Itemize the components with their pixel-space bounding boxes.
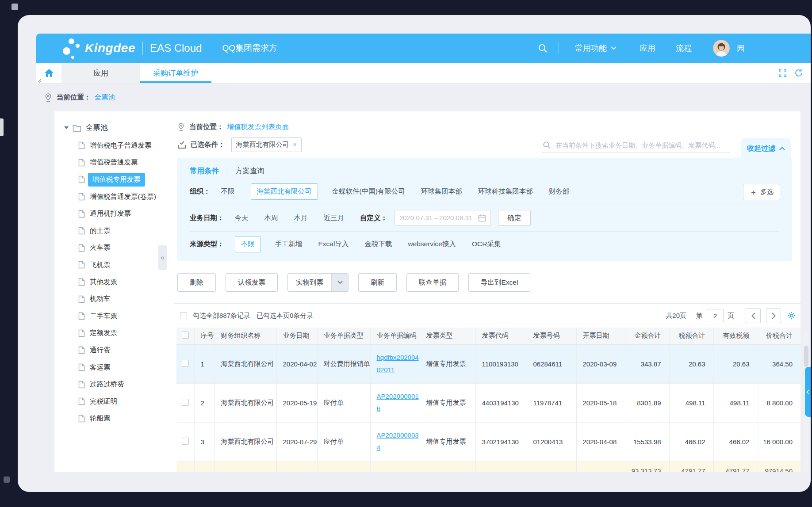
sidebar-item-passenger[interactable]: 客运票 (54, 359, 171, 376)
org-multi-select-button[interactable]: ＋ 多选 (743, 184, 780, 200)
delete-button[interactable]: 删除 (177, 273, 216, 292)
main-panel: 全票池 增值税电子普通发票 增值税普通发票 增值税专用发票 增值税普通发票(卷票… (54, 111, 801, 472)
claim-invoice-button[interactable]: 认领发票 (226, 273, 278, 292)
file-icon (78, 278, 85, 286)
prev-page-button[interactable] (746, 308, 761, 323)
refresh-button[interactable]: 刷新 (358, 273, 397, 292)
tab-purchase-order[interactable]: 采购订单维护 (140, 63, 211, 83)
sidebar-item-other[interactable]: 其他发票 (54, 274, 171, 291)
table-settings-gear-icon[interactable] (787, 311, 796, 320)
link-documents-button[interactable]: 联查单据 (406, 273, 459, 292)
physical-arrival-dropdown[interactable] (331, 274, 348, 291)
biz-code-link[interactable]: AP2020000016 (377, 393, 419, 413)
row-checkbox[interactable] (182, 360, 189, 367)
menu-app[interactable]: 应用 (640, 43, 655, 53)
caret-down-icon[interactable] (64, 126, 69, 129)
menu-flow[interactable]: 流程 (676, 43, 692, 53)
source-option-excel-import[interactable]: Excal导入 (318, 240, 349, 249)
export-excel-button[interactable]: 导出到Excel (468, 273, 530, 292)
sidebar-item-motor-vehicle[interactable]: 机动车 (54, 290, 171, 308)
vertical-scrollbar-thumb[interactable] (804, 346, 808, 367)
refresh-icon[interactable] (794, 68, 804, 78)
sidebar-item-vat-e-ordinary[interactable]: 增值税电子普通发票 (54, 137, 171, 154)
cell-inv-type: 增值专用发票 (420, 344, 475, 383)
right-panel-expand-handle[interactable] (805, 367, 811, 417)
biz-code-link[interactable]: AP2020000034 (377, 431, 419, 452)
tab-home[interactable] (36, 63, 62, 83)
org-option-global-hq[interactable]: 环球集团本部 (421, 187, 462, 196)
next-page-button[interactable] (766, 308, 781, 323)
cell-inv-type: 增值专用发票 (420, 383, 475, 422)
criteria-tag-remove-icon[interactable]: × (293, 141, 297, 148)
breadcrumb-value[interactable]: 全票池 (95, 93, 115, 102)
cell-inv-no: 06284611 (527, 344, 576, 383)
sidebar-collapse-handle[interactable]: « (158, 245, 167, 270)
sidebar-item-road-bridge[interactable]: 过路过桥费 (54, 376, 171, 393)
filter-tab-plan[interactable]: 方案查询 (235, 166, 264, 176)
chevron-right-icon (772, 313, 776, 319)
source-option-golden-tax[interactable]: 金税下载 (364, 240, 392, 249)
cell-tax: 20.63 (669, 344, 713, 383)
sidebar-item-vat-ordinary[interactable]: 增值税普通发票 (54, 154, 171, 172)
row-checkbox[interactable] (182, 438, 189, 445)
criteria-tag: 海棠西北有限公司 × (231, 137, 302, 152)
filter-tab-common[interactable]: 常用条件 (190, 166, 219, 176)
org-option-haitang-selected[interactable]: 海棠西北有限公司 (251, 183, 318, 200)
org-option-global-tech-hq[interactable]: 环球科技集团本部 (478, 187, 533, 196)
header-search-icon[interactable] (537, 43, 548, 53)
org-option-kingdee-china[interactable]: 金蝶软件(中国)有限公司 (332, 187, 405, 196)
sidebar-item-vat-roll[interactable]: 增值税普通发票(卷票) (54, 188, 171, 206)
pagination: 共20页 第 页 (666, 304, 796, 328)
sidebar-item-tax-paid-proof[interactable]: 完税证明 (54, 393, 171, 410)
sidebar-item-flight[interactable]: 飞机票 (54, 256, 171, 274)
source-option-unlimited-selected[interactable]: 不限 (235, 236, 261, 252)
source-option-webservice[interactable]: webservice接入 (408, 240, 456, 249)
content-panel: 当前位置： 增值税发票列表页面 已选条件： 海棠西北有限公司 × 收起过滤 (171, 111, 801, 472)
menu-quick-functions[interactable]: 常用功能 (575, 43, 617, 53)
search-input[interactable] (555, 141, 730, 149)
sidebar-item-ship[interactable]: 轮船票 (54, 410, 171, 427)
selected-count-text: 已勾选本页0条分录 (257, 312, 313, 320)
file-icon (78, 381, 85, 389)
cell-biz-date: 2020-07-29 (276, 422, 317, 461)
biz-code-link[interactable]: hqdfbx20200402011 (377, 354, 419, 374)
org-option-unlimited[interactable]: 不限 (221, 187, 235, 196)
physical-arrival-label[interactable]: 实物到票 (288, 274, 331, 291)
table-header-row: 序号 财务组织名称 业务日期 业务单据类型 业务单据编码 发票类型 发票代码 发… (176, 328, 801, 344)
page-total: 共20页 (666, 312, 686, 320)
tab-bar: 应用 采购订单维护 (36, 63, 811, 84)
sidebar-item-vat-special[interactable]: 增值税专用发票 (54, 171, 171, 188)
fullscreen-icon[interactable] (778, 69, 787, 78)
org-option-finance-dept[interactable]: 财务部 (549, 187, 570, 196)
sidebar-item-train[interactable]: 火车票 (54, 240, 171, 257)
physical-arrival-split-button[interactable]: 实物到票 (287, 273, 349, 292)
date-option-last-3-months[interactable]: 近三月 (324, 213, 345, 223)
tab-app[interactable]: 应用 (62, 63, 140, 83)
file-icon (78, 415, 85, 423)
select-all-checkbox[interactable] (180, 312, 187, 319)
cell-inv-code: 4403194130 (475, 383, 527, 422)
tree-root-all-pools[interactable]: 全票池 (54, 118, 171, 137)
header-checkbox[interactable] (182, 332, 189, 339)
date-option-today[interactable]: 今天 (235, 213, 249, 223)
date-option-this-month[interactable]: 本月 (294, 213, 308, 223)
page-location-value[interactable]: 增值税发票列表页面 (227, 122, 289, 132)
sidebar-item-toll[interactable]: 通行费 (54, 342, 171, 359)
action-bar: 删除 认领发票 实物到票 刷新 联查单据 导出到Excel (177, 273, 801, 292)
col-org: 财务组织名称 (214, 328, 276, 344)
date-range-input[interactable]: 2020.07.31～2020.08.31 (395, 210, 491, 226)
page-number-input[interactable] (707, 309, 724, 322)
sidebar-item-fixed-amount[interactable]: 定额发票 (54, 325, 171, 342)
date-confirm-button[interactable]: 确定 (498, 210, 531, 226)
kingdee-logo-icon (62, 38, 81, 58)
avatar[interactable] (713, 40, 730, 57)
sidebar-item-machine-printed[interactable]: 通用机打发票 (54, 205, 171, 222)
row-checkbox[interactable] (182, 399, 189, 406)
date-option-this-week[interactable]: 本周 (264, 213, 278, 223)
source-option-manual[interactable]: 手工新增 (275, 240, 303, 249)
col-biz-type: 业务单据类型 (317, 328, 370, 344)
sidebar-item-used-car[interactable]: 二手车票 (54, 308, 171, 325)
collapse-filter-button[interactable]: 收起过滤 (741, 138, 791, 159)
source-option-ocr[interactable]: OCR采集 (472, 240, 501, 249)
sidebar-item-taxi[interactable]: 的士票 (54, 222, 171, 240)
